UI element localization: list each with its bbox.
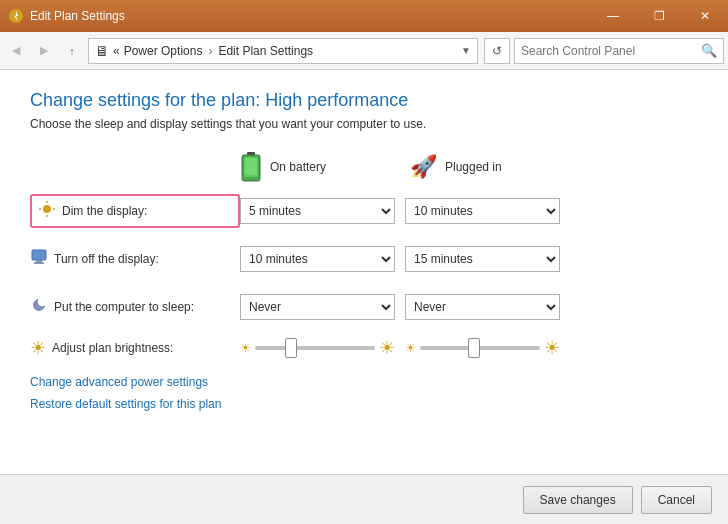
breadcrumb-power-options[interactable]: Power Options xyxy=(124,44,203,58)
svg-rect-5 xyxy=(245,158,257,175)
battery-icon xyxy=(240,151,262,183)
address-bar: ◀ ▶ ↑ 🖥 « Power Options › Edit Plan Sett… xyxy=(0,32,728,70)
links-area: Change advanced power settings Restore d… xyxy=(30,375,698,411)
search-icon: 🔍 xyxy=(701,43,717,58)
on-battery-label: On battery xyxy=(270,160,326,174)
brightness-sliders: ☀ ☀ ☀ ☀ xyxy=(240,337,560,359)
select-battery-sleep[interactable]: 1 minute2 minutes3 minutes5 minutes10 mi… xyxy=(240,294,395,320)
folder-icon: 🖥 xyxy=(95,43,109,59)
brightness-label-area: ☀ Adjust plan brightness: xyxy=(30,337,240,359)
brightness-battery-slider-group: ☀ ☀ xyxy=(240,337,395,359)
on-battery-header: On battery xyxy=(240,151,410,183)
brightness-plugged-track[interactable] xyxy=(420,346,540,350)
brightness-label: Adjust plan brightness: xyxy=(52,341,173,355)
breadcrumb-arrow: › xyxy=(208,44,212,58)
label-text-dim-display: Dim the display: xyxy=(62,204,147,218)
breadcrumb-edit-plan[interactable]: Edit Plan Settings xyxy=(218,44,313,58)
brightness-battery-track[interactable] xyxy=(255,346,375,350)
label-area-dim-display: Dim the display: xyxy=(30,194,240,228)
settings-area: On battery 🚀 Plugged in Dim the display:… xyxy=(30,151,698,504)
close-button[interactable]: ✕ xyxy=(682,0,728,32)
label-text-turn-off-display: Turn off the display: xyxy=(54,252,159,266)
up-button[interactable]: ↑ xyxy=(60,39,84,63)
plan-subtitle: Choose the sleep and display settings th… xyxy=(30,117,698,131)
save-button[interactable]: Save changes xyxy=(523,486,633,514)
sun-large-right-icon: ☀ xyxy=(544,337,560,359)
back-button[interactable]: ◀ xyxy=(4,39,28,63)
search-input[interactable] xyxy=(521,44,697,58)
setting-icon-turn-off-display xyxy=(30,248,48,270)
brightness-battery-thumb[interactable] xyxy=(285,338,297,358)
select-battery-dim-display[interactable]: 1 minute2 minutes3 minutes5 minutes10 mi… xyxy=(240,198,395,224)
dropdowns-turn-off-display: 1 minute2 minutes3 minutes5 minutes10 mi… xyxy=(240,246,560,272)
plugged-in-icon: 🚀 xyxy=(410,154,437,180)
svg-rect-12 xyxy=(36,260,42,262)
brightness-icon: ☀ xyxy=(30,337,46,359)
title-bar: Edit Plan Settings — ❐ ✕ xyxy=(0,0,728,32)
sun-small-left-icon: ☀ xyxy=(240,341,251,355)
svg-rect-11 xyxy=(32,250,46,260)
advanced-settings-link[interactable]: Change advanced power settings xyxy=(30,375,698,389)
svg-rect-13 xyxy=(34,262,44,264)
window-controls: — ❐ ✕ xyxy=(590,0,728,32)
plan-title: Change settings for the plan: High perfo… xyxy=(30,90,698,111)
select-plugged-dim-display[interactable]: 1 minute2 minutes3 minutes5 minutes10 mi… xyxy=(405,198,560,224)
dropdowns-sleep: 1 minute2 minutes3 minutes5 minutes10 mi… xyxy=(240,294,560,320)
maximize-button[interactable]: ❐ xyxy=(636,0,682,32)
label-text-sleep: Put the computer to sleep: xyxy=(54,300,194,314)
plugged-in-header: 🚀 Plugged in xyxy=(410,151,580,183)
plugged-in-label: Plugged in xyxy=(445,160,502,174)
brightness-plugged-slider-group: ☀ ☀ xyxy=(405,337,560,359)
select-battery-turn-off-display[interactable]: 1 minute2 minutes3 minutes5 minutes10 mi… xyxy=(240,246,395,272)
select-plugged-turn-off-display[interactable]: 1 minute2 minutes3 minutes5 minutes10 mi… xyxy=(405,246,560,272)
breadcrumb-separator-1: « xyxy=(113,44,120,58)
window-title: Edit Plan Settings xyxy=(30,9,125,23)
sun-small-right-icon: ☀ xyxy=(405,341,416,355)
setting-row-sleep: Put the computer to sleep:1 minute2 minu… xyxy=(30,289,698,325)
select-plugged-sleep[interactable]: 1 minute2 minutes3 minutes5 minutes10 mi… xyxy=(405,294,560,320)
setting-icon-dim-display xyxy=(38,200,56,222)
app-icon xyxy=(8,8,24,24)
restore-defaults-link[interactable]: Restore default settings for this plan xyxy=(30,397,698,411)
setting-row-turn-off-display: Turn off the display:1 minute2 minutes3 … xyxy=(30,241,698,277)
search-box: 🔍 xyxy=(514,38,724,64)
dropdown-arrow-icon[interactable]: ▼ xyxy=(461,45,471,56)
brightness-row: ☀ Adjust plan brightness: ☀ ☀ ☀ xyxy=(30,337,698,359)
column-headers: On battery 🚀 Plugged in xyxy=(240,151,698,183)
main-content: Change settings for the plan: High perfo… xyxy=(0,70,728,524)
svg-point-6 xyxy=(43,205,51,213)
refresh-button[interactable]: ↺ xyxy=(484,38,510,64)
label-area-sleep: Put the computer to sleep: xyxy=(30,296,240,318)
footer: Save changes Cancel xyxy=(0,474,728,524)
setting-rows: Dim the display:1 minute2 minutes3 minut… xyxy=(30,193,698,325)
dropdowns-dim-display: 1 minute2 minutes3 minutes5 minutes10 mi… xyxy=(240,198,560,224)
minimize-button[interactable]: — xyxy=(590,0,636,32)
setting-icon-sleep xyxy=(30,296,48,318)
sun-large-left-icon: ☀ xyxy=(379,337,395,359)
brightness-plugged-thumb[interactable] xyxy=(468,338,480,358)
forward-button[interactable]: ▶ xyxy=(32,39,56,63)
label-area-turn-off-display: Turn off the display: xyxy=(30,248,240,270)
address-path[interactable]: 🖥 « Power Options › Edit Plan Settings ▼ xyxy=(88,38,478,64)
setting-row-dim-display: Dim the display:1 minute2 minutes3 minut… xyxy=(30,193,698,229)
cancel-button[interactable]: Cancel xyxy=(641,486,712,514)
